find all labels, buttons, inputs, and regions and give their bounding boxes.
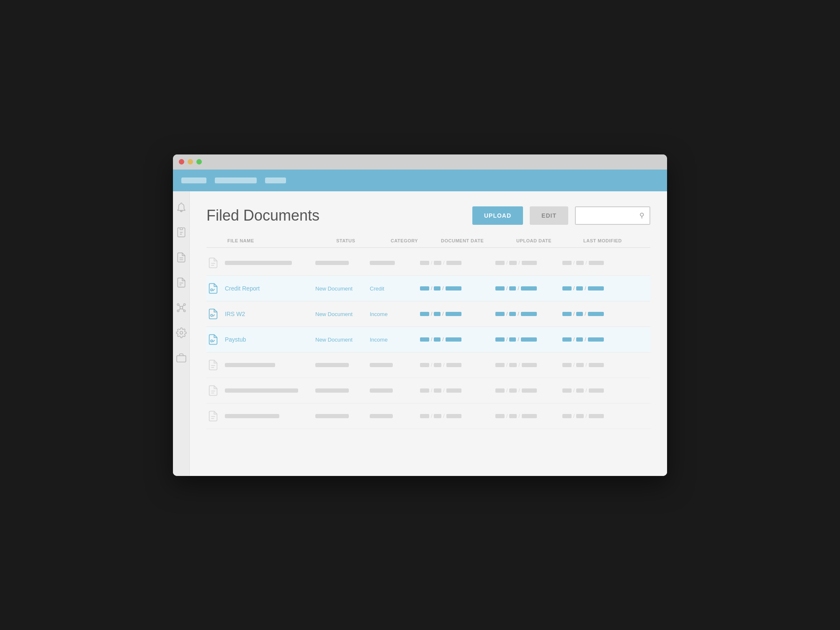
category-text: Credit <box>370 285 384 292</box>
category-cell <box>370 412 420 420</box>
last-modified-cell: / / <box>562 260 629 266</box>
col-header-status: STATUS <box>336 238 391 243</box>
file-icon-irs <box>206 307 220 321</box>
svg-point-19 <box>211 289 213 291</box>
app-body: Filed Documents UPLOAD EDIT ⚲ FILE NAME … <box>173 191 667 476</box>
col-header-lastmodified: LAST MODIFIED <box>583 238 650 243</box>
category-cell <box>370 387 420 394</box>
category-cell <box>370 259 420 267</box>
file-icon-credit <box>206 282 220 295</box>
doc-date-cell: / / <box>420 413 495 419</box>
filename-placeholder <box>225 414 279 418</box>
category-cell: Credit <box>370 285 420 292</box>
svg-point-9 <box>183 310 185 311</box>
svg-point-6 <box>177 303 179 305</box>
header-logo <box>181 177 206 183</box>
category-text: Income <box>370 311 388 317</box>
filename-text[interactable]: Credit Report <box>225 285 260 292</box>
category-cell: Income <box>370 336 420 343</box>
last-modified-cell: / / <box>562 337 629 342</box>
file-name-cell <box>206 409 315 423</box>
page-header: Filed Documents UPLOAD EDIT ⚲ <box>206 206 650 225</box>
col-header-filename: FILE NAME <box>227 238 336 243</box>
status-text: New Document <box>315 285 353 292</box>
sidebar-item-document[interactable] <box>174 250 189 265</box>
doc-date-cell: / / <box>420 388 495 393</box>
file-name-cell <box>206 384 315 397</box>
documents-table: FILE NAME STATUS CATEGORY DOCUMENT DATE … <box>206 238 650 429</box>
doc-date-cell: / / <box>420 260 495 266</box>
search-box: ⚲ <box>575 206 650 225</box>
search-icon: ⚲ <box>639 211 644 219</box>
file-icon-gray <box>206 384 220 397</box>
svg-rect-0 <box>180 228 183 229</box>
doc-date-cell: / / <box>420 285 495 291</box>
sidebar-item-document-alt[interactable] <box>174 275 189 290</box>
search-input[interactable] <box>581 212 639 219</box>
minimize-dot[interactable] <box>188 159 193 165</box>
upload-date-cell: / / <box>495 362 562 368</box>
svg-rect-15 <box>177 355 186 362</box>
last-modified-cell: / / <box>562 388 629 393</box>
upload-button[interactable]: UPLOAD <box>472 206 523 225</box>
upload-date-cell: / / <box>495 413 562 419</box>
status-cell: New Document <box>315 310 370 318</box>
close-dot[interactable] <box>179 159 184 165</box>
table-header: FILE NAME STATUS CATEGORY DOCUMENT DATE … <box>206 238 650 248</box>
sidebar-item-settings[interactable] <box>174 325 189 340</box>
svg-line-10 <box>179 305 180 306</box>
sidebar <box>173 191 190 476</box>
upload-date-cell: / / <box>495 311 562 317</box>
upload-date-cell: / / <box>495 337 562 342</box>
file-name-cell <box>206 256 315 270</box>
table-row: IRS W2 New Document Income / / / / <box>206 301 650 327</box>
sidebar-item-notifications[interactable] <box>174 200 189 215</box>
svg-line-12 <box>179 309 180 310</box>
last-modified-cell: / / <box>562 285 629 291</box>
table-row: Paystub New Document Income / / / / <box>206 327 650 352</box>
svg-line-11 <box>182 305 183 306</box>
col-header-docdate: DOCUMENT DATE <box>441 238 516 243</box>
status-cell <box>315 387 370 394</box>
table-row: / / / / / / <box>206 404 650 429</box>
table-row: Credit Report New Document Credit / / / … <box>206 276 650 301</box>
category-cell: Income <box>370 310 420 318</box>
status-cell <box>315 361 370 369</box>
svg-point-7 <box>183 303 185 305</box>
filename-text[interactable]: Paystub <box>225 336 246 343</box>
edit-button[interactable]: EDIT <box>530 206 568 225</box>
page-title: Filed Documents <box>206 207 466 224</box>
category-cell <box>370 361 420 369</box>
status-cell: New Document <box>315 285 370 292</box>
sidebar-item-network[interactable] <box>174 300 189 315</box>
table-row: / / / / / / <box>206 250 650 276</box>
sidebar-item-briefcase[interactable] <box>174 350 189 365</box>
title-bar <box>173 154 667 170</box>
status-cell: New Document <box>315 336 370 343</box>
upload-date-cell: / / <box>495 260 562 266</box>
app-window: Filed Documents UPLOAD EDIT ⚲ FILE NAME … <box>173 154 667 476</box>
table-row: / / / / / / <box>206 378 650 404</box>
filename-text[interactable]: IRS W2 <box>225 311 245 317</box>
svg-point-14 <box>180 331 183 334</box>
maximize-dot[interactable] <box>196 159 202 165</box>
col-header-category: CATEGORY <box>391 238 441 243</box>
svg-line-13 <box>182 309 183 310</box>
filename-placeholder <box>225 388 298 393</box>
doc-date-cell: / / <box>420 337 495 342</box>
upload-date-cell: / / <box>495 285 562 291</box>
file-icon-gray <box>206 409 220 423</box>
main-content: Filed Documents UPLOAD EDIT ⚲ FILE NAME … <box>190 191 667 476</box>
category-text: Income <box>370 337 388 343</box>
sidebar-item-clipboard[interactable] <box>174 225 189 240</box>
file-icon-paystub <box>206 333 220 346</box>
status-text: New Document <box>315 311 353 317</box>
last-modified-cell: / / <box>562 362 629 368</box>
last-modified-cell: / / <box>562 311 629 317</box>
file-name-cell <box>206 358 315 372</box>
filename-placeholder <box>225 363 275 367</box>
filename-placeholder <box>225 261 292 265</box>
status-cell <box>315 259 370 267</box>
header-nav-1 <box>215 177 257 183</box>
status-text: New Document <box>315 337 353 343</box>
